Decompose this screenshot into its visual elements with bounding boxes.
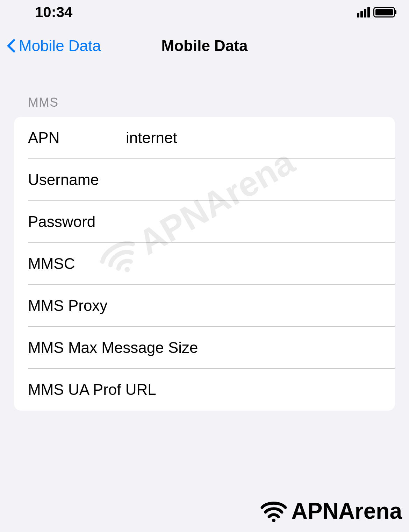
row-username[interactable]: Username [14,159,395,201]
svg-point-1 [272,519,275,522]
row-password[interactable]: Password [14,201,395,243]
chevron-left-icon [7,39,15,53]
footer-text: APNArena [291,498,402,524]
cellular-signal-icon [357,7,370,17]
row-mms-ua-prof-url[interactable]: MMS UA Prof URL [14,369,395,411]
row-label: Password [28,213,126,230]
back-button-label: Mobile Data [19,37,101,55]
row-label: MMS Max Message Size [28,339,198,356]
settings-group-mms: APN internet Username Password MMSC MMS … [14,117,395,411]
row-label: MMS UA Prof URL [28,381,156,398]
status-time: 10:34 [35,4,72,21]
footer-logo: APNArena [258,497,402,525]
content: MMS APN internet Username Password MMSC … [0,67,409,411]
status-icons [357,7,395,17]
row-mmsc[interactable]: MMSC [14,243,395,285]
row-apn[interactable]: APN internet [14,117,395,159]
row-value: internet [126,129,381,147]
status-bar: 10:34 [0,0,409,24]
section-header-mms: MMS [14,95,395,117]
row-label: MMSC [28,255,126,272]
navigation-bar: Mobile Data Mobile Data [0,24,409,67]
back-button[interactable]: Mobile Data [7,37,101,55]
row-label: MMS Proxy [28,297,126,314]
page-title: Mobile Data [162,37,248,55]
row-label: APN [28,129,126,147]
battery-icon [373,7,395,17]
row-mms-max-size[interactable]: MMS Max Message Size [14,327,395,369]
row-label: Username [28,171,126,189]
row-mms-proxy[interactable]: MMS Proxy [14,285,395,327]
wifi-icon [258,497,289,525]
